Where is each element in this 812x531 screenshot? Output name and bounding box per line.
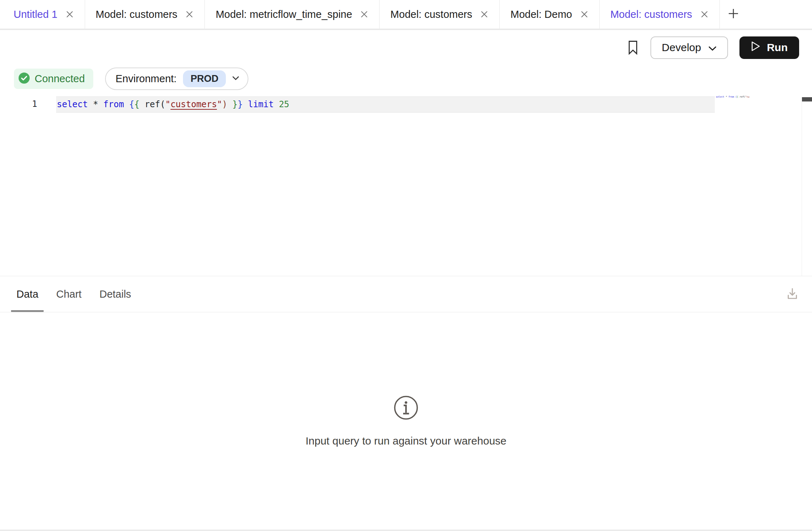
environment-selector[interactable]: Environment: PROD <box>105 68 248 90</box>
develop-button[interactable]: Develop <box>650 36 728 59</box>
code-token <box>88 99 93 109</box>
status-row: Connected Environment: PROD <box>0 65 812 92</box>
results-tabs: DataChartDetails <box>0 276 812 312</box>
code-token: ref( <box>738 95 746 98</box>
code-token: from <box>103 99 124 109</box>
code-token: { <box>129 99 134 109</box>
code-token <box>274 99 279 109</box>
tab[interactable]: Untitled 1 <box>0 0 85 29</box>
code-token: * <box>93 99 98 109</box>
develop-button-label: Develop <box>662 41 701 54</box>
results-tab-details[interactable]: Details <box>94 276 137 312</box>
bottom-divider <box>0 530 812 531</box>
code-token: select <box>716 95 724 98</box>
code-token: } <box>232 99 237 109</box>
tab-label: Model: Demo <box>510 9 572 20</box>
sql-editor[interactable]: 1 select * from {{ ref("customers") }} l… <box>0 92 812 276</box>
code-token: " <box>165 99 170 109</box>
check-circle-icon <box>19 73 30 85</box>
close-icon[interactable] <box>185 10 194 19</box>
code-token <box>98 99 103 109</box>
run-button-label: Run <box>767 41 788 54</box>
code-token: " <box>217 99 222 109</box>
tab-label: Model: customers <box>610 9 692 20</box>
tab[interactable]: Model: Demo <box>500 0 599 29</box>
results-tab-chart[interactable]: Chart <box>51 276 87 312</box>
code-token: ref( <box>139 99 165 109</box>
editor-minimap[interactable]: select * from {{ ref("customers") }} lim… <box>716 95 749 99</box>
scrollbar-thumb[interactable] <box>802 97 812 101</box>
code-token <box>243 99 248 109</box>
results-empty-state: Input query to run against your warehous… <box>0 312 812 530</box>
code-token: { <box>134 99 139 109</box>
close-icon[interactable] <box>65 10 74 19</box>
code-token <box>227 99 232 109</box>
code-line[interactable]: select * from {{ ref("customers") }} lim… <box>56 96 715 113</box>
run-button[interactable]: Run <box>739 36 799 59</box>
close-icon[interactable] <box>700 10 709 19</box>
empty-state-text: Input query to run against your warehous… <box>306 435 506 447</box>
chevron-down-icon <box>708 41 717 54</box>
plus-icon <box>727 7 740 21</box>
tab-strip: Untitled 1Model: customersModel: metricf… <box>0 0 812 30</box>
tab[interactable]: Model: metricflow_time_spine <box>205 0 380 29</box>
close-icon[interactable] <box>360 10 368 19</box>
code-token: limit <box>248 99 274 109</box>
code-token: from <box>728 95 734 98</box>
connection-status-badge: Connected <box>14 69 93 89</box>
code-token: customers <box>170 99 217 109</box>
code-token: customers <box>747 95 749 98</box>
tab-label: Untitled 1 <box>14 9 58 20</box>
results-panel: DataChartDetails Input query to run agai… <box>0 276 812 531</box>
environment-label: Environment: <box>115 73 177 85</box>
info-icon <box>393 395 419 421</box>
play-icon <box>751 41 761 54</box>
code-token: } <box>238 99 243 109</box>
code-token: ) <box>222 99 227 109</box>
tab[interactable]: Model: customers <box>600 0 720 29</box>
tab[interactable]: Model: customers <box>380 0 500 29</box>
editor-scrollbar[interactable] <box>802 97 812 276</box>
tab-label: Model: customers <box>390 9 472 20</box>
code-token <box>124 99 129 109</box>
tab-label: Model: customers <box>96 9 178 20</box>
close-icon[interactable] <box>580 10 589 19</box>
code-token: 25 <box>279 99 289 109</box>
toolbar: Develop Run <box>0 30 812 65</box>
environment-value-chip: PROD <box>183 70 226 87</box>
connection-status-label: Connected <box>35 73 85 85</box>
line-number: 1 <box>0 96 56 113</box>
code-token: select <box>57 99 88 109</box>
tab[interactable]: Model: customers <box>85 0 205 29</box>
results-tab-data[interactable]: Data <box>11 276 44 312</box>
editor-line-1[interactable]: 1 select * from {{ ref("customers") }} l… <box>0 96 812 113</box>
new-tab-button[interactable] <box>720 0 747 29</box>
download-icon[interactable] <box>785 286 800 303</box>
chevron-down-icon <box>232 75 239 82</box>
tab-label: Model: metricflow_time_spine <box>216 9 352 20</box>
bookmark-icon[interactable] <box>627 40 639 55</box>
close-icon[interactable] <box>480 10 489 19</box>
